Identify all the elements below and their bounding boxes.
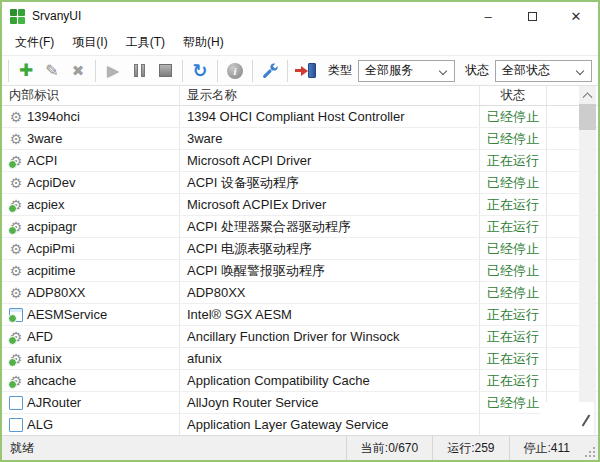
vertical-scrollbar[interactable] (579, 86, 596, 435)
service-status: 正在运行 (480, 370, 547, 391)
chevron-down-icon (439, 66, 447, 74)
menu-tools[interactable]: 工具(T) (117, 31, 174, 54)
service-status: 已经停止 (480, 172, 547, 193)
service-id: ALG (27, 417, 53, 432)
pause-service-button[interactable] (126, 58, 152, 84)
service-icon (9, 110, 23, 124)
service-id: AESMService (27, 307, 107, 322)
info-button[interactable]: i (222, 58, 248, 84)
service-name: Microsoft ACPIEx Driver (180, 194, 480, 215)
table-row[interactable]: afunix afunix 正在运行 (2, 348, 598, 370)
service-id: AcpiDev (27, 175, 75, 190)
service-id: ACPI (27, 153, 57, 168)
app-logo-icon (10, 9, 25, 24)
running-count: 运行:259 (432, 436, 508, 460)
service-icon (9, 352, 23, 366)
menu-item[interactable]: 项目(I) (63, 31, 116, 54)
table-row[interactable]: ADP80XX ADP80XX 已经停止 (2, 282, 598, 304)
column-header-status[interactable]: 状态 (480, 86, 547, 105)
stop-icon (159, 64, 172, 77)
table-body: 1394ohci 1394 OHCI Compliant Host Contro… (2, 106, 598, 435)
start-icon: ▶ (107, 63, 119, 78)
table-row[interactable]: acpipagr ACPI 处理器聚合器驱动程序 正在运行 (2, 216, 598, 238)
table-row[interactable]: acpiex Microsoft ACPIEx Driver 正在运行 (2, 194, 598, 216)
service-id: acpiex (27, 197, 65, 212)
table-row[interactable]: AcpiDev ACPI 设备驱动程序 已经停止 (2, 172, 598, 194)
toolbar-separator (95, 60, 96, 82)
start-service-button[interactable]: ▶ (100, 58, 126, 84)
service-icon (9, 396, 23, 410)
toolbar: ✚ ✎ ✖ ▶ ↻ i 类型 全部服务 状态 全部状态 (2, 55, 598, 86)
service-name: ACPI 电源表驱动程序 (180, 238, 480, 259)
menu-help[interactable]: 帮助(H) (174, 31, 233, 54)
add-service-button[interactable]: ✚ (13, 58, 39, 84)
exit-icon (295, 63, 316, 78)
settings-button[interactable] (257, 58, 283, 84)
delete-service-button[interactable]: ✖ (65, 58, 91, 84)
service-icon (9, 220, 23, 234)
scroll-up-button[interactable] (579, 86, 596, 103)
minimize-button[interactable]: – (466, 2, 510, 30)
mouse-cursor (582, 414, 591, 426)
service-icon (9, 176, 23, 190)
service-icon (9, 264, 23, 278)
table-row[interactable]: acpitime ACPI 唤醒警报驱动程序 已经停止 (2, 260, 598, 282)
service-status: 已经停止 (480, 128, 547, 149)
title-bar: SrvanyUI – ✕ (2, 2, 598, 30)
column-header-internal-id[interactable]: 内部标识 (2, 86, 180, 105)
pause-icon (134, 64, 145, 77)
tooltip-placeholder (540, 402, 594, 435)
service-id: afunix (27, 351, 62, 366)
table-header: 内部标识 显示名称 状态 (2, 86, 598, 106)
service-icon (9, 286, 23, 300)
toolbar-separator (8, 60, 9, 82)
service-status: 已经停止 (480, 260, 547, 281)
edit-icon: ✎ (45, 63, 58, 79)
type-filter-select[interactable]: 全部服务 (358, 60, 455, 82)
table-row[interactable]: ahcache Application Compatibility Cache … (2, 370, 598, 392)
stop-service-button[interactable] (152, 58, 178, 84)
exit-button[interactable] (292, 58, 318, 84)
current-count: 当前:0/670 (346, 436, 432, 460)
menu-file[interactable]: 文件(F) (6, 31, 63, 54)
table-row[interactable]: AFD Ancillary Function Driver for Winsoc… (2, 326, 598, 348)
service-icon (9, 330, 23, 344)
service-name: afunix (180, 348, 480, 369)
table-row[interactable]: AJRouter AllJoyn Router Service 已经停止 (2, 392, 598, 414)
service-status: 正在运行 (480, 150, 547, 171)
service-name: AllJoyn Router Service (180, 392, 480, 413)
service-status: 已经停止 (480, 106, 547, 127)
wrench-icon (262, 62, 279, 79)
app-window: SrvanyUI – ✕ 文件(F) 项目(I) 工具(T) 帮助(H) ✚ ✎… (0, 0, 600, 462)
edit-service-button[interactable]: ✎ (39, 58, 65, 84)
service-id: AFD (27, 329, 53, 344)
ready-status: 就绪 (2, 440, 34, 457)
close-button[interactable]: ✕ (554, 2, 598, 30)
table-row[interactable]: ACPI Microsoft ACPI Driver 正在运行 (2, 150, 598, 172)
service-status: 已经停止 (480, 238, 547, 259)
maximize-button[interactable] (510, 2, 554, 30)
table-row[interactable]: 3ware 3ware 已经停止 (2, 128, 598, 150)
service-icon (9, 132, 23, 146)
table-row[interactable]: AcpiPmi ACPI 电源表驱动程序 已经停止 (2, 238, 598, 260)
refresh-icon: ↻ (192, 62, 207, 80)
service-status: 已经停止 (480, 282, 547, 303)
column-header-display-name[interactable]: 显示名称 (180, 86, 480, 105)
maximize-icon (528, 12, 537, 21)
service-status: 正在运行 (480, 326, 547, 347)
chevron-up-icon (583, 92, 593, 102)
toolbar-separator (217, 60, 218, 82)
service-icon (9, 418, 23, 432)
state-filter-select[interactable]: 全部状态 (495, 60, 592, 82)
table-row[interactable]: 1394ohci 1394 OHCI Compliant Host Contro… (2, 106, 598, 128)
window-title: SrvanyUI (32, 9, 81, 23)
info-icon: i (227, 63, 243, 79)
resize-grip[interactable] (584, 436, 598, 460)
service-name: Microsoft ACPI Driver (180, 150, 480, 171)
table-row[interactable]: AESMService Intel® SGX AESM 正在运行 (2, 304, 598, 326)
table-row[interactable]: ALG Application Layer Gateway Service (2, 414, 598, 435)
refresh-button[interactable]: ↻ (187, 58, 213, 84)
scrollbar-thumb[interactable] (579, 104, 596, 130)
service-status (480, 414, 547, 435)
type-filter-value: 全部服务 (365, 62, 413, 79)
